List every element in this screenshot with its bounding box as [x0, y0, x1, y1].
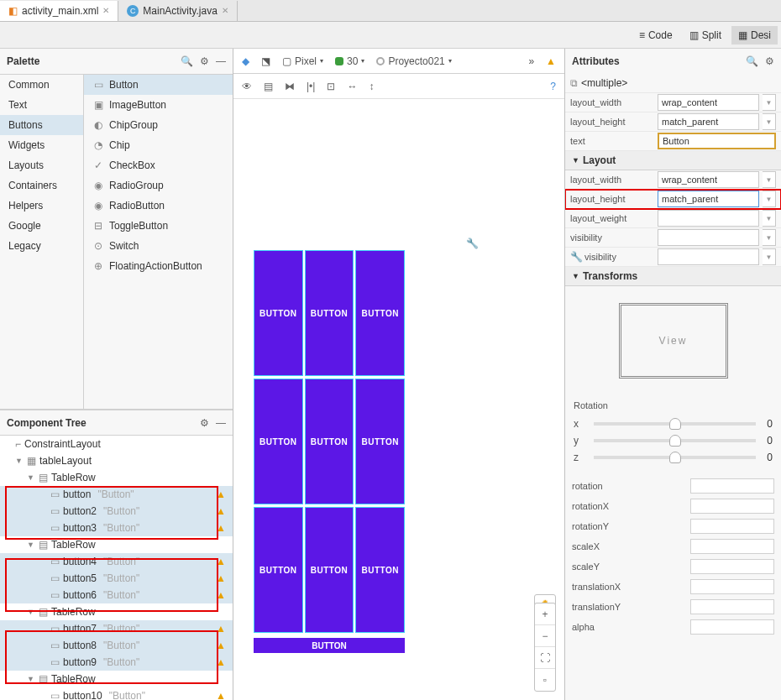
attr-value[interactable]: Button [658, 133, 776, 149]
dropdown-icon[interactable]: ▼ [763, 210, 776, 227]
tab-main-activity[interactable]: C MainActivity.java ✕ [118, 1, 237, 21]
help-icon[interactable]: ? [550, 81, 556, 92]
mode-split[interactable]: ▥Split [683, 26, 728, 44]
tab-activity-main[interactable]: ◧ activity_main.xml ✕ [0, 1, 118, 21]
slider[interactable] [594, 439, 756, 442]
mode-design[interactable]: ▦Desi [731, 26, 778, 44]
twisty-icon[interactable]: ▼ [27, 473, 35, 482]
dropdown-icon[interactable]: ▼ [763, 248, 776, 265]
palette-item-checkbox[interactable]: ✓CheckBox [84, 155, 233, 175]
attr-input[interactable] [690, 559, 774, 574]
palette-item-floatingactionbutton[interactable]: ⊕FloatingActionButton [84, 256, 233, 276]
tree-node[interactable]: ▭button3"Button"▲ [0, 520, 233, 536]
canvas-button[interactable]: BUTTON [305, 379, 354, 504]
zoom-fit[interactable]: ⛶ [535, 647, 555, 669]
attr-value[interactable]: match_parent [658, 191, 759, 207]
attr-value[interactable]: match_parent [658, 113, 759, 130]
tree-node[interactable]: ▭button10"Button"▲ [0, 687, 233, 700]
tree-node[interactable]: ▭button4"Button"▲ [0, 553, 233, 570]
palette-item-chip[interactable]: ◔Chip [84, 135, 233, 155]
device-preview[interactable]: BUTTONBUTTONBUTTONBUTTONBUTTONBUTTONBUTT… [254, 250, 489, 700]
twisty-icon[interactable]: ▼ [27, 541, 35, 549]
tree-node[interactable]: ▭button8"Button"▲ [0, 637, 233, 654]
zoom-100[interactable]: ▫ [535, 669, 555, 691]
gear-icon[interactable]: ⚙ [765, 55, 774, 67]
wrench-icon[interactable]: 🔧 [466, 238, 479, 249]
canvas-button[interactable]: BUTTON [254, 379, 303, 504]
tree-node[interactable]: ▼▤TableRow [0, 603, 233, 620]
tree-node[interactable]: ▭button7"Button"▲ [0, 620, 233, 637]
vresize-icon[interactable]: ↕ [369, 81, 374, 92]
attr-input[interactable] [690, 478, 774, 494]
tree-node[interactable]: ▭button9"Button"▲ [0, 654, 233, 671]
slider-thumb[interactable] [669, 435, 681, 447]
palette-category-text[interactable]: Text [0, 95, 83, 115]
magnet-icon[interactable]: ⧓ [285, 81, 295, 92]
tree-node[interactable]: ▭button5"Button"▲ [0, 570, 233, 587]
palette-category-widgets[interactable]: Widgets [0, 135, 83, 155]
attr-input[interactable] [690, 579, 774, 594]
palette-category-legacy[interactable]: Legacy [0, 236, 83, 256]
tree-node[interactable]: ▭button"Button"▲ [0, 486, 233, 503]
close-icon[interactable]: ✕ [102, 6, 109, 15]
tree-node[interactable]: ▼▤TableRow [0, 536, 233, 553]
mode-code[interactable]: ≡Code [632, 26, 679, 44]
tree-node[interactable]: ▼▤TableRow [0, 671, 233, 687]
canvas-button[interactable]: BUTTON [254, 250, 303, 376]
theme-picker[interactable]: Proyecto021 ▾ [376, 55, 451, 67]
layout-section[interactable]: ▼Layout [565, 151, 781, 170]
slider[interactable] [594, 456, 756, 459]
close-icon[interactable]: ✕ [222, 6, 228, 15]
canvas-button[interactable]: BUTTON [355, 507, 405, 633]
attr-value[interactable]: wrap_content [658, 94, 759, 111]
orientation-icon[interactable]: ⬔ [261, 55, 270, 67]
surface-icon[interactable]: ◆ [242, 55, 249, 67]
palette-category-google[interactable]: Google [0, 216, 83, 236]
tree-node[interactable]: ▭button2"Button"▲ [0, 503, 233, 520]
palette-category-common[interactable]: Common [0, 75, 83, 95]
attr-input[interactable] [690, 539, 774, 554]
attr-input[interactable] [690, 499, 774, 514]
palette-category-buttons[interactable]: Buttons [0, 115, 83, 135]
twisty-icon[interactable]: ▼ [27, 675, 35, 683]
dropdown-icon[interactable]: ▼ [763, 113, 776, 130]
attr-value[interactable] [658, 210, 759, 227]
attr-value[interactable]: wrap_content [658, 171, 759, 188]
slider-thumb[interactable] [669, 418, 681, 430]
search-icon[interactable]: 🔍 [181, 55, 193, 67]
more-icon[interactable]: » [528, 55, 534, 67]
canvas-button[interactable]: BUTTON [254, 638, 405, 653]
dropdown-icon[interactable]: ▼ [763, 94, 776, 111]
canvas-button[interactable]: BUTTON [305, 507, 354, 633]
slider-thumb[interactable] [669, 452, 681, 463]
eye-icon[interactable]: 👁 [242, 81, 252, 92]
canvas-button[interactable]: BUTTON [355, 250, 405, 376]
palette-item-switch[interactable]: ⊙Switch [84, 236, 233, 256]
bounds-icon[interactable]: ⊡ [327, 81, 335, 92]
palette-item-imagebutton[interactable]: ▣ImageButton [84, 95, 233, 115]
minimize-icon[interactable]: — [216, 417, 226, 429]
zoom-out[interactable]: − [535, 625, 555, 647]
device-picker[interactable]: ▢ Pixel ▾ [282, 55, 323, 67]
palette-category-helpers[interactable]: Helpers [0, 196, 83, 216]
search-icon[interactable]: 🔍 [746, 55, 758, 67]
tree-node[interactable]: ⌐ConstraintLayout [0, 436, 233, 452]
attr-input[interactable] [690, 519, 774, 534]
hresize-icon[interactable]: ↔ [347, 81, 357, 92]
tree-node[interactable]: ▼▦tableLayout [0, 452, 233, 469]
warning-icon[interactable]: ▲ [546, 55, 556, 67]
palette-item-radiogroup[interactable]: ◉RadioGroup [84, 175, 233, 196]
canvas-button[interactable]: BUTTON [254, 507, 303, 633]
canvas-button[interactable]: BUTTON [355, 379, 405, 504]
transforms-section[interactable]: ▼Transforms [565, 267, 781, 286]
twisty-icon[interactable]: ▼ [15, 457, 24, 465]
palette-item-radiobutton[interactable]: ◉RadioButton [84, 196, 233, 216]
palette-category-layouts[interactable]: Layouts [0, 155, 83, 175]
minimize-icon[interactable]: — [216, 55, 226, 67]
slider[interactable] [594, 422, 756, 426]
gear-icon[interactable]: ⚙ [200, 417, 209, 429]
canvas[interactable]: 🔧 BUTTONBUTTONBUTTONBUTTONBUTTONBUTTONBU… [233, 99, 564, 700]
align-icon[interactable]: |•| [307, 81, 315, 92]
palette-item-chipgroup[interactable]: ◐ChipGroup [84, 115, 233, 135]
dropdown-icon[interactable]: ▼ [763, 191, 776, 207]
